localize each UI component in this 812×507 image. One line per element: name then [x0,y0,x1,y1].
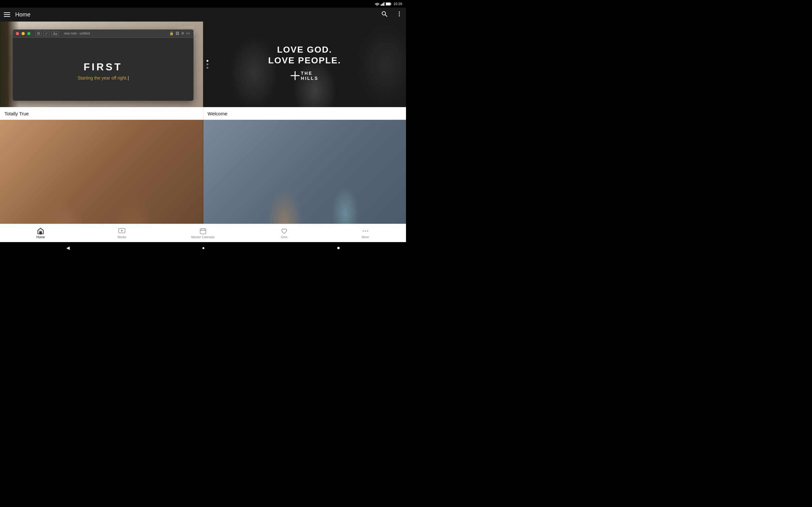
mac-grid-icon: ⊞ [36,31,42,36]
svg-rect-2 [383,3,384,6]
bottom-nav: Home Media Master Calendar Give Mo [0,224,406,242]
mac-maximize-btn[interactable] [27,32,31,35]
mac-minimize-btn[interactable] [21,32,25,35]
mac-window: ⊞ ✓ Aa new note - untitled 🔒 🖼 ⚙ >> FIRS… [13,30,194,101]
svg-point-11 [399,15,400,16]
nav-label-home: Home [37,235,45,239]
bottom-card-right[interactable] [203,120,406,224]
hills-logo: THE HILLS [268,71,341,81]
search-button[interactable] [381,11,388,18]
android-recent-btn[interactable]: ■ [337,245,340,250]
svg-point-10 [399,13,400,14]
svg-point-9 [399,11,400,13]
bottom-card-left-bg [0,120,203,224]
dot-2 [206,63,208,65]
android-home-btn[interactable]: ● [202,245,205,250]
svg-point-21 [367,230,368,232]
bottom-card-right-bg [203,120,406,224]
heart-icon [281,228,288,234]
status-time: 10:26 [393,2,402,6]
card-label-welcome: Welcome [203,107,406,120]
wifi-icon [375,2,379,6]
card-welcome[interactable]: LOVE GOD. LOVE PEOPLE. THE HILLS [203,21,406,107]
nav-item-give[interactable]: Give [244,226,325,241]
nav-label-calendar: Master Calendar [191,235,215,239]
battery-icon [386,2,392,6]
first-subtitle: Starting the year off right. [78,75,129,80]
svg-rect-12 [40,232,42,234]
svg-rect-1 [382,4,383,6]
nav-label-more: More [362,235,369,239]
svg-rect-5 [391,3,392,4]
nav-item-more[interactable]: More [325,226,406,241]
svg-rect-6 [386,3,390,5]
svg-marker-14 [121,230,123,232]
more-button[interactable] [397,11,402,18]
mac-content: FIRST Starting the year off right. [13,38,194,101]
headline-1: LOVE GOD. [268,44,341,55]
mac-toolbar: ⊞ ✓ Aa [36,31,59,36]
pagination-dots [206,60,208,69]
cards-row: STARTINGTHE YEAROFF RIGHT ⊞ ✓ Aa new not… [0,21,406,107]
mac-font-icon: Aa [51,31,59,36]
svg-line-8 [386,15,387,17]
svg-point-20 [365,230,366,232]
android-back-btn[interactable]: ◀ [66,245,70,250]
main-content: STARTINGTHE YEAROFF RIGHT ⊞ ✓ Aa new not… [0,21,406,224]
media-icon [118,228,125,234]
home-icon [37,228,44,234]
hills-name-hills: HILLS [301,76,318,81]
mac-actions: 🔒 🖼 ⚙ >> [169,32,190,36]
mac-close-btn[interactable] [16,32,19,35]
card-welcome-text: LOVE GOD. LOVE PEOPLE. THE HILLS [268,44,341,81]
hills-cross-icon [291,71,300,80]
first-title: FIRST [84,61,122,73]
mac-titlebar: ⊞ ✓ Aa new note - untitled 🔒 🖼 ⚙ >> [13,30,194,38]
mac-check-icon: ✓ [44,31,49,36]
calendar-icon [200,228,206,234]
status-bar: 10:26 [0,0,406,8]
headline-2: LOVE PEOPLE. [268,55,341,66]
svg-rect-3 [384,2,385,6]
svg-rect-15 [200,229,206,234]
nav-item-media[interactable]: Media [81,226,162,241]
hills-name-the: THE [301,71,318,76]
nav-label-media: Media [117,235,126,239]
bottom-cards-row [0,120,406,224]
card-label-row: Totally True Welcome [0,107,406,120]
nav-item-calendar[interactable]: Master Calendar [162,226,244,241]
menu-button[interactable] [4,12,10,17]
nav-item-home[interactable]: Home [0,226,81,241]
dot-3 [206,67,208,69]
dot-1 [206,60,208,62]
svg-rect-0 [380,4,382,6]
android-nav: ◀ ● ■ [0,242,406,253]
app-bar-title: Home [15,11,376,18]
more-dots-icon [362,228,369,234]
card-totally-true[interactable]: STARTINGTHE YEAROFF RIGHT ⊞ ✓ Aa new not… [0,21,203,107]
svg-point-19 [362,230,364,232]
card-label-totally-true: Totally True [0,107,203,120]
bottom-card-left[interactable] [0,120,203,224]
status-icons [375,2,392,6]
nav-label-give: Give [281,235,288,239]
app-bar: Home [0,8,406,21]
signal-icon [380,2,385,6]
mac-title: new note - untitled [64,32,90,35]
